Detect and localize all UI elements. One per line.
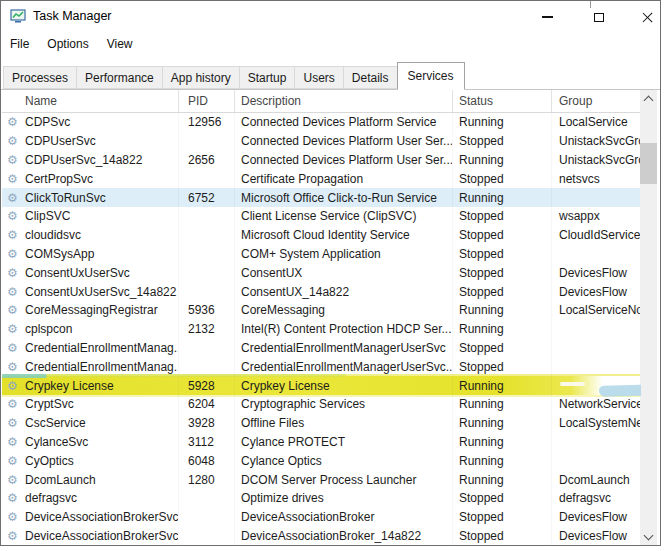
table-row[interactable]: ⚙ConsentUxUserSvcConsentUXStoppedDevices… — [2, 263, 641, 282]
description-cell: CredentialEnrollmentManagerUserSvc — [235, 339, 453, 358]
name-text: CyOptics — [25, 454, 74, 468]
name-cell: CredentialEnrollmentManag... — [2, 339, 179, 358]
table-row[interactable]: ⚙DcomLaunch1280DCOM Server Process Launc… — [2, 470, 641, 489]
name-cell: ConsentUxUserSvc — [2, 263, 179, 282]
table-header: NamePIDDescriptionStatusGroup — [2, 90, 640, 113]
table-row[interactable]: ⚙Crypkey License5928Crypkey LicenseRunni… — [2, 376, 641, 395]
group-text: UnistackSvcGro... — [559, 134, 640, 148]
table-row[interactable]: ⚙CredentialEnrollmentManag...CredentialE… — [2, 357, 641, 376]
group-cell: DevicesFlow — [552, 508, 640, 527]
name-text: ClickToRunSvc — [25, 191, 106, 205]
task-manager-app-icon — [10, 8, 26, 24]
pid-cell: 6204 — [179, 395, 235, 414]
title-bar[interactable]: Task Manager — [1, 1, 660, 31]
pid-cell — [179, 339, 235, 358]
table-row[interactable]: ⚙CryptSvc6204Cryptographic ServicesRunni… — [2, 395, 641, 414]
tab-services[interactable]: Services — [397, 62, 465, 90]
vertical-scrollbar[interactable] — [640, 90, 657, 545]
maximize-button[interactable] — [581, 5, 617, 29]
table-row[interactable]: ⚙ClipSVCClient License Service (ClipSVC)… — [2, 207, 641, 226]
minimize-button[interactable] — [529, 5, 565, 29]
table-row[interactable]: ⚙CylanceSvc3112Cylance PROTECTRunning — [2, 433, 641, 452]
group-text: LocalService — [559, 115, 628, 129]
pid-text: 5936 — [188, 303, 215, 317]
status-cell: Stopped — [453, 169, 552, 188]
group-text: CloudIdService... — [559, 228, 640, 242]
group-cell: NetworkService — [552, 395, 640, 414]
description-text: DeviceAssociationBroker_14a822 — [241, 529, 421, 543]
maximize-icon — [594, 13, 604, 22]
status-cell: Running — [453, 451, 552, 470]
table-row[interactable]: ⚙CscService3928Offline FilesRunningLocal… — [2, 414, 641, 433]
pid-cell — [179, 263, 235, 282]
table-row[interactable]: ⚙cloudidsvcMicrosoft Cloud Identity Serv… — [2, 226, 641, 245]
scrollbar-thumb[interactable] — [640, 143, 657, 184]
tab-app-history[interactable]: App history — [162, 66, 240, 89]
table-row[interactable]: ⚙ConsentUxUserSvc_14a822ConsentUX_14a822… — [2, 282, 641, 301]
pid-text: 6752 — [188, 191, 215, 205]
table-row[interactable]: ⚙CertPropSvcCertificate PropagationStopp… — [2, 169, 641, 188]
name-text: CDPUserSvc — [25, 134, 96, 148]
scroll-up-button[interactable] — [640, 90, 657, 107]
minimize-icon — [542, 16, 553, 17]
table-row[interactable]: ⚙DeviceAssociationBrokerSvcDeviceAssocia… — [2, 508, 641, 527]
table-row[interactable]: ⚙DeviceAssociationBrokerSvcDeviceAssocia… — [2, 527, 641, 545]
name-cell: cloudidsvc — [2, 226, 179, 245]
chevron-down-icon — [644, 530, 654, 540]
pid-cell — [179, 132, 235, 151]
group-cell: DevicesFlow — [552, 263, 640, 282]
column-header-description[interactable]: Description — [235, 90, 453, 112]
table-row[interactable]: ⚙CoreMessagingRegistrar5936CoreMessaging… — [2, 301, 641, 320]
screenshot-artifact-mark — [590, 1, 591, 8]
table-row[interactable]: ⚙COMSysAppCOM+ System ApplicationStopped — [2, 245, 641, 264]
table-row[interactable]: ⚙defragsvcOptimize drivesStoppeddefragsv… — [2, 489, 641, 508]
scroll-down-button[interactable] — [640, 528, 657, 545]
table-row[interactable]: ⚙CDPUserSvc_14a8222656Connected Devices … — [2, 151, 641, 170]
close-button[interactable] — [629, 5, 665, 29]
group-cell: wsappx — [552, 207, 640, 226]
table-row[interactable]: ⚙CDPUserSvcConnected Devices Platform Us… — [2, 132, 641, 151]
menu-bar: File Options View — [1, 31, 660, 57]
status-cell: Running — [453, 376, 552, 395]
column-header-pid[interactable]: PID — [179, 90, 235, 112]
description-cell: Client License Service (ClipSVC) — [235, 207, 453, 226]
table-row[interactable]: ⚙ClickToRunSvc6752Microsoft Office Click… — [2, 188, 641, 207]
column-header-group[interactable]: Group — [552, 90, 640, 112]
description-text: Cryptographic Services — [241, 397, 365, 411]
name-text: CDPUserSvc_14a822 — [25, 153, 142, 167]
tab-details[interactable]: Details — [343, 66, 398, 89]
description-cell: Crypkey License — [235, 376, 453, 395]
group-cell — [552, 433, 640, 452]
table-row[interactable]: ⚙CyOptics6048Cylance OpticsRunning — [2, 451, 641, 470]
column-header-name[interactable]: Name — [2, 90, 179, 112]
description-cell: CoreMessaging — [235, 301, 453, 320]
pid-cell: 6752 — [179, 188, 235, 207]
status-cell: Running — [453, 113, 552, 132]
menu-view[interactable]: View — [98, 33, 142, 55]
menu-file[interactable]: File — [1, 33, 38, 55]
name-cell: CredentialEnrollmentManag... — [2, 357, 179, 376]
table-row[interactable]: ⚙CDPSvc12956Connected Devices Platform S… — [2, 113, 641, 132]
description-cell: ConsentUX — [235, 263, 453, 282]
name-text: CoreMessagingRegistrar — [25, 303, 158, 317]
name-cell: CDPSvc — [2, 113, 179, 132]
pid-text: 3928 — [188, 416, 215, 430]
tab-startup[interactable]: Startup — [239, 66, 296, 89]
table-row[interactable]: ⚙cplspcon2132Intel(R) Content Protection… — [2, 320, 641, 339]
description-cell: Connected Devices Platform User Ser... — [235, 151, 453, 170]
status-cell: Stopped — [453, 357, 552, 376]
description-text: Offline Files — [241, 416, 304, 430]
status-cell: Running — [453, 301, 552, 320]
pid-text: 1280 — [188, 473, 215, 487]
description-text: COM+ System Application — [241, 247, 381, 261]
status-text: Stopped — [459, 285, 504, 299]
status-text: Running — [459, 153, 504, 167]
menu-options[interactable]: Options — [38, 33, 97, 55]
table-row[interactable]: ⚙CredentialEnrollmentManag...CredentialE… — [2, 339, 641, 358]
column-header-status[interactable]: Status — [453, 90, 552, 112]
group-cell — [552, 451, 640, 470]
tab-performance[interactable]: Performance — [76, 66, 163, 89]
name-text: CscService — [25, 416, 86, 430]
tab-processes[interactable]: Processes — [3, 66, 77, 89]
tab-users[interactable]: Users — [294, 66, 343, 89]
